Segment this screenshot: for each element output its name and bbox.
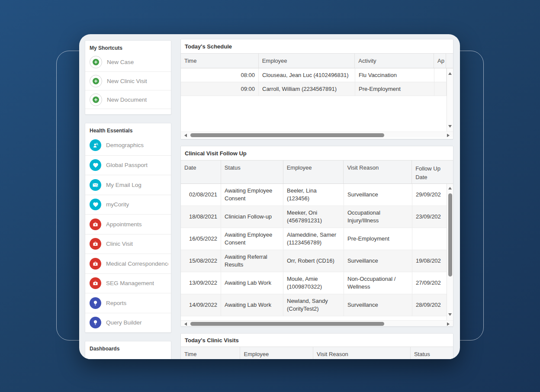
lightbulb-icon (90, 317, 101, 328)
scroll-up-arrow-icon[interactable] (448, 187, 452, 190)
column-header-visit-reason[interactable]: Visit Reason (313, 347, 411, 359)
column-header-employee[interactable]: Employee (240, 347, 313, 359)
vertical-scroll-thumb[interactable] (448, 193, 452, 276)
cell-follow-up-date: 23/09/202 (412, 206, 447, 228)
table-row[interactable]: 14/09/2022 Awaiting Lab Work Newland, Sa… (181, 294, 447, 316)
table-row[interactable]: 02/08/2021 Awaiting Employee Consent Bee… (181, 184, 447, 206)
plus-icon (90, 56, 102, 68)
horizontal-scroll-thumb[interactable] (190, 133, 384, 137)
dashboard-main: Today's Schedule Time Employee Activity … (180, 39, 453, 359)
cell-follow-up-date: 28/09/202 (412, 294, 447, 316)
column-header-status[interactable]: Status (221, 161, 283, 183)
sidebar-item-label: New Document (107, 96, 147, 103)
cell-visit-reason: Occupational Injury/Illness (344, 206, 412, 228)
sidebar: My Shortcuts New Case New Clinic Visit (85, 40, 171, 359)
cell-follow-up-date: 29/09/202 (412, 184, 447, 206)
column-header-employee[interactable]: Employee (283, 161, 344, 183)
column-header-time[interactable]: Time (181, 54, 259, 68)
medical-bag-icon (90, 238, 101, 250)
cell-visit-reason: Non-Occupational / Wellness (344, 272, 412, 294)
cell-status: Awaiting Lab Work (221, 272, 283, 294)
sidebar-item-reports[interactable]: Reports (85, 293, 171, 313)
cell-visit-reason: Surveillance (344, 184, 412, 206)
expand-arrows-icon (90, 358, 100, 359)
sidebar-item-global-passport[interactable]: Global Passport (85, 155, 171, 175)
sidebar-item-label: My Email Log (106, 182, 141, 188)
panel-todays-clinic-visits: Today's Clinic Visits Time Employee Visi… (180, 333, 453, 359)
panel-title: Today's Clinic Visits (181, 334, 453, 347)
sidebar-item-label: New Clinic Visit (107, 78, 147, 84)
table-row[interactable]: 15/08/2022 Awaiting Referral Results Orr… (181, 250, 447, 272)
medical-bag-icon (90, 277, 101, 289)
table-row[interactable]: 09:00 Carroll, William (2234567891) Pre-… (181, 82, 447, 96)
table-row[interactable]: 13/09/2022 Awaiting Lab Work Moule, Amie… (181, 272, 447, 294)
sidebar-item-dashboard-health-essentials[interactable]: Health Essentials (85, 353, 171, 359)
column-header-follow-up-date[interactable]: Follow Up Date (412, 161, 446, 183)
scroll-down-arrow-icon[interactable] (448, 125, 452, 128)
sidebar-item-new-clinic-visit[interactable]: New Clinic Visit (85, 71, 171, 90)
cell-visit-reason: Pre-Employment (344, 228, 412, 250)
cell-follow-up-date: 27/09/202 (412, 272, 447, 294)
column-header-time[interactable]: Time (181, 347, 240, 359)
sidebar-item-appointments[interactable]: Appointments (85, 214, 171, 234)
table-row[interactable]: 08:00 Clouseau, Jean Luc (4102496831) Fl… (181, 68, 447, 82)
header-filler (446, 347, 453, 359)
sidebar-item-label: Reports (106, 300, 126, 306)
horizontal-scrollbar[interactable] (181, 320, 453, 326)
column-header-visit-reason[interactable]: Visit Reason (344, 161, 412, 183)
heart-icon (90, 159, 101, 171)
vertical-scrollbar[interactable] (447, 184, 453, 320)
scroll-right-arrow-icon[interactable] (447, 322, 450, 326)
column-header-activity[interactable]: Activity (355, 54, 434, 68)
sidebar-section-title: Health Essentials (85, 123, 171, 135)
column-header-employee[interactable]: Employee (259, 54, 355, 68)
sidebar-item-label: Demographics (106, 142, 144, 148)
cell-visit-reason: Surveillance (344, 294, 412, 316)
cell-date: 15/08/2022 (181, 250, 221, 272)
column-header-date[interactable]: Date (181, 161, 221, 183)
person-search-icon (90, 139, 101, 151)
cell-date: 13/09/2022 (181, 272, 221, 294)
cell-employee: Beeler, Lina (123456) (283, 184, 344, 206)
table-body: 02/08/2021 Awaiting Employee Consent Bee… (181, 184, 453, 320)
sidebar-section-title: My Shortcuts (85, 41, 171, 53)
scroll-right-arrow-icon[interactable] (447, 134, 450, 137)
cell-date: 18/08/2021 (181, 206, 221, 228)
sidebar-item-mycority[interactable]: myCority (85, 195, 171, 215)
horizontal-scrollbar[interactable] (181, 132, 453, 138)
sidebar-section-footer (85, 109, 171, 114)
sidebar-item-label: Clinic Visit (106, 241, 133, 247)
plus-icon (90, 75, 102, 87)
sidebar-section-health-essentials: Health Essentials Demographics Global Pa… (85, 123, 171, 333)
cell-employee: Alameddine, Samer (1123456789) (283, 228, 344, 250)
sidebar-item-new-document[interactable]: New Document (85, 90, 171, 109)
scroll-left-arrow-icon[interactable] (184, 134, 187, 137)
column-header-appointment-clipped[interactable]: Ap (434, 54, 446, 68)
panel-clinical-visit-follow-up: Clinical Visit Follow Up Date Status Emp… (180, 146, 453, 327)
table-header-row: Time Employee Activity Ap (181, 53, 453, 68)
scroll-down-arrow-icon[interactable] (448, 313, 452, 316)
scroll-left-arrow-icon[interactable] (184, 322, 187, 326)
sidebar-item-label: New Case (107, 59, 134, 65)
cell-employee: Orr, Robert (CD16) (283, 250, 344, 272)
horizontal-scroll-thumb[interactable] (190, 322, 384, 326)
sidebar-item-my-email-log[interactable]: My Email Log (85, 175, 171, 195)
sidebar-item-demographics[interactable]: Demographics (85, 135, 171, 155)
header-filler (446, 161, 453, 183)
cell-date: 16/05/2022 (181, 228, 221, 250)
heart-icon (90, 199, 101, 210)
cell-status: Awaiting Employee Consent (221, 228, 283, 250)
scroll-up-arrow-icon[interactable] (448, 72, 452, 75)
vertical-scrollbar[interactable] (447, 68, 453, 132)
desktop-background: My Shortcuts New Case New Clinic Visit (0, 0, 540, 392)
table-body: 08:00 Clouseau, Jean Luc (4102496831) Fl… (181, 68, 453, 132)
sidebar-item-clinic-visit[interactable]: Clinic Visit (85, 234, 171, 254)
table-row[interactable]: 16/05/2022 Awaiting Employee Consent Ala… (181, 228, 447, 250)
cell-date: 14/09/2022 (181, 294, 221, 316)
sidebar-item-new-case[interactable]: New Case (85, 53, 171, 71)
sidebar-item-seg-management[interactable]: SEG Management (85, 273, 171, 293)
table-row[interactable]: 18/08/2021 Clinician Follow-up Meeker, O… (181, 206, 447, 228)
column-header-status[interactable]: Status (411, 347, 446, 359)
sidebar-item-medical-correspondence[interactable]: Medical Correspondence (85, 254, 171, 273)
sidebar-item-query-builder[interactable]: Query Builder (85, 313, 171, 333)
